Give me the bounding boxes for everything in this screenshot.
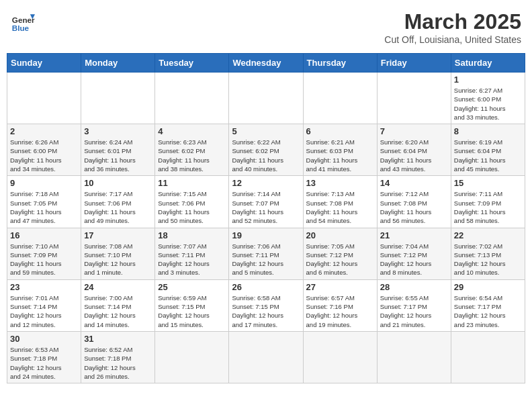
- day-info: Sunrise: 7:00 AM Sunset: 7:14 PM Dayligh…: [84, 293, 152, 329]
- calendar-cell: [303, 331, 377, 383]
- calendar-cell: 7Sunrise: 6:20 AM Sunset: 6:04 PM Daylig…: [377, 124, 451, 176]
- day-number: 30: [10, 334, 78, 344]
- day-number: 12: [232, 178, 300, 188]
- calendar-cell: [377, 73, 451, 124]
- calendar-cell: 24Sunrise: 7:00 AM Sunset: 7:14 PM Dayli…: [81, 279, 155, 331]
- calendar-header-row: SundayMondayTuesdayWednesdayThursdayFrid…: [7, 54, 525, 73]
- day-number: 1: [454, 75, 522, 85]
- day-info: Sunrise: 7:11 AM Sunset: 7:09 PM Dayligh…: [454, 189, 522, 225]
- day-info: Sunrise: 6:53 AM Sunset: 7:18 PM Dayligh…: [10, 345, 78, 381]
- weekday-header-wednesday: Wednesday: [229, 54, 303, 73]
- calendar-cell: 18Sunrise: 7:07 AM Sunset: 7:11 PM Dayli…: [155, 228, 229, 279]
- day-info: Sunrise: 6:55 AM Sunset: 7:17 PM Dayligh…: [380, 293, 448, 329]
- calendar-cell: [155, 331, 229, 383]
- day-info: Sunrise: 6:21 AM Sunset: 6:03 PM Dayligh…: [306, 138, 374, 173]
- day-info: Sunrise: 7:05 AM Sunset: 7:12 PM Dayligh…: [306, 242, 374, 277]
- calendar-cell: 6Sunrise: 6:21 AM Sunset: 6:03 PM Daylig…: [303, 124, 377, 176]
- day-info: Sunrise: 7:06 AM Sunset: 7:11 PM Dayligh…: [232, 242, 300, 277]
- calendar-cell: 19Sunrise: 7:06 AM Sunset: 7:11 PM Dayli…: [229, 228, 303, 279]
- calendar-week-row: 16Sunrise: 7:10 AM Sunset: 7:09 PM Dayli…: [7, 228, 525, 279]
- calendar-cell: 16Sunrise: 7:10 AM Sunset: 7:09 PM Dayli…: [7, 228, 81, 279]
- calendar-table: SundayMondayTuesdayWednesdayThursdayFrid…: [7, 53, 525, 383]
- calendar-cell: 2Sunrise: 6:26 AM Sunset: 6:00 PM Daylig…: [7, 124, 81, 176]
- calendar-cell: [81, 73, 155, 124]
- day-number: 31: [84, 334, 152, 344]
- day-number: 18: [158, 230, 226, 240]
- day-number: 9: [10, 178, 78, 188]
- day-number: 23: [10, 282, 78, 292]
- day-info: Sunrise: 7:08 AM Sunset: 7:10 PM Dayligh…: [84, 242, 152, 277]
- calendar-cell: 29Sunrise: 6:54 AM Sunset: 7:17 PM Dayli…: [451, 279, 525, 331]
- day-number: 10: [84, 178, 152, 188]
- calendar-cell: 1Sunrise: 6:27 AM Sunset: 6:00 PM Daylig…: [451, 73, 525, 124]
- day-info: Sunrise: 6:57 AM Sunset: 7:16 PM Dayligh…: [306, 293, 374, 329]
- day-info: Sunrise: 7:18 AM Sunset: 7:05 PM Dayligh…: [10, 189, 78, 225]
- calendar-cell: 20Sunrise: 7:05 AM Sunset: 7:12 PM Dayli…: [303, 228, 377, 279]
- calendar-cell: 27Sunrise: 6:57 AM Sunset: 7:16 PM Dayli…: [303, 279, 377, 331]
- title-area: March 2025 Cut Off, Louisiana, United St…: [384, 9, 521, 45]
- calendar-cell: 11Sunrise: 7:15 AM Sunset: 7:06 PM Dayli…: [155, 176, 229, 228]
- calendar-cell: 13Sunrise: 7:13 AM Sunset: 7:08 PM Dayli…: [303, 176, 377, 228]
- day-number: 14: [380, 178, 448, 188]
- day-number: 3: [84, 126, 152, 136]
- calendar-week-row: 30Sunrise: 6:53 AM Sunset: 7:18 PM Dayli…: [7, 331, 525, 383]
- day-number: 16: [10, 230, 78, 240]
- day-info: Sunrise: 7:07 AM Sunset: 7:11 PM Dayligh…: [158, 242, 226, 277]
- calendar-cell: 4Sunrise: 6:23 AM Sunset: 6:02 PM Daylig…: [155, 124, 229, 176]
- logo-icon: General Blue: [11, 9, 35, 34]
- weekday-header-thursday: Thursday: [303, 54, 377, 73]
- day-number: 29: [454, 282, 522, 292]
- calendar-week-row: 2Sunrise: 6:26 AM Sunset: 6:00 PM Daylig…: [7, 124, 525, 176]
- calendar-cell: 14Sunrise: 7:12 AM Sunset: 7:08 PM Dayli…: [377, 176, 451, 228]
- calendar-cell: 30Sunrise: 6:53 AM Sunset: 7:18 PM Dayli…: [7, 331, 81, 383]
- day-number: 21: [380, 230, 448, 240]
- calendar-cell: 5Sunrise: 6:22 AM Sunset: 6:02 PM Daylig…: [229, 124, 303, 176]
- page-header: General Blue March 2025 Cut Off, Louisia…: [7, 7, 525, 48]
- calendar-week-row: 1Sunrise: 6:27 AM Sunset: 6:00 PM Daylig…: [7, 73, 525, 124]
- day-info: Sunrise: 6:24 AM Sunset: 6:01 PM Dayligh…: [84, 138, 152, 173]
- calendar-cell: [155, 73, 229, 124]
- day-info: Sunrise: 6:59 AM Sunset: 7:15 PM Dayligh…: [158, 293, 226, 329]
- month-title: March 2025: [384, 9, 521, 34]
- day-number: 13: [306, 178, 374, 188]
- day-info: Sunrise: 6:27 AM Sunset: 6:00 PM Dayligh…: [454, 86, 522, 122]
- day-info: Sunrise: 7:10 AM Sunset: 7:09 PM Dayligh…: [10, 242, 78, 277]
- day-number: 8: [454, 126, 522, 136]
- day-info: Sunrise: 6:23 AM Sunset: 6:02 PM Dayligh…: [158, 138, 226, 173]
- day-info: Sunrise: 7:04 AM Sunset: 7:12 PM Dayligh…: [380, 242, 448, 277]
- calendar-cell: [377, 331, 451, 383]
- calendar-cell: 21Sunrise: 7:04 AM Sunset: 7:12 PM Dayli…: [377, 228, 451, 279]
- day-number: 20: [306, 230, 374, 240]
- weekday-header-friday: Friday: [377, 54, 451, 73]
- day-number: 25: [158, 282, 226, 292]
- calendar-cell: 28Sunrise: 6:55 AM Sunset: 7:17 PM Dayli…: [377, 279, 451, 331]
- day-number: 22: [454, 230, 522, 240]
- calendar-cell: 31Sunrise: 6:52 AM Sunset: 7:18 PM Dayli…: [81, 331, 155, 383]
- day-number: 11: [158, 178, 226, 188]
- calendar-cell: 17Sunrise: 7:08 AM Sunset: 7:10 PM Dayli…: [81, 228, 155, 279]
- day-info: Sunrise: 7:15 AM Sunset: 7:06 PM Dayligh…: [158, 189, 226, 225]
- day-number: 7: [380, 126, 448, 136]
- day-number: 26: [232, 282, 300, 292]
- day-number: 6: [306, 126, 374, 136]
- weekday-header-saturday: Saturday: [451, 54, 525, 73]
- day-info: Sunrise: 6:52 AM Sunset: 7:18 PM Dayligh…: [84, 345, 152, 381]
- svg-text:Blue: Blue: [12, 24, 30, 32]
- day-info: Sunrise: 7:17 AM Sunset: 7:06 PM Dayligh…: [84, 189, 152, 225]
- day-info: Sunrise: 6:54 AM Sunset: 7:17 PM Dayligh…: [454, 293, 522, 329]
- day-number: 4: [158, 126, 226, 136]
- calendar-cell: [303, 73, 377, 124]
- weekday-header-tuesday: Tuesday: [155, 54, 229, 73]
- calendar-cell: 12Sunrise: 7:14 AM Sunset: 7:07 PM Dayli…: [229, 176, 303, 228]
- calendar-cell: 3Sunrise: 6:24 AM Sunset: 6:01 PM Daylig…: [81, 124, 155, 176]
- day-info: Sunrise: 6:58 AM Sunset: 7:15 PM Dayligh…: [232, 293, 300, 329]
- day-info: Sunrise: 7:02 AM Sunset: 7:13 PM Dayligh…: [454, 242, 522, 277]
- day-number: 27: [306, 282, 374, 292]
- day-info: Sunrise: 7:12 AM Sunset: 7:08 PM Dayligh…: [380, 189, 448, 225]
- calendar-cell: [451, 331, 525, 383]
- day-number: 24: [84, 282, 152, 292]
- day-info: Sunrise: 6:22 AM Sunset: 6:02 PM Dayligh…: [232, 138, 300, 173]
- calendar-cell: 26Sunrise: 6:58 AM Sunset: 7:15 PM Dayli…: [229, 279, 303, 331]
- day-number: 15: [454, 178, 522, 188]
- calendar-cell: 8Sunrise: 6:19 AM Sunset: 6:04 PM Daylig…: [451, 124, 525, 176]
